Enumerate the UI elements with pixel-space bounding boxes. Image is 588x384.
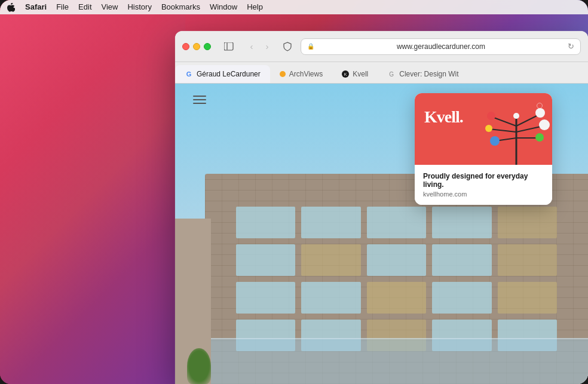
tab-favicon-kvell: K [342,70,349,78]
kvell-lamp-illustration [480,99,552,165]
browser-content: Kvell. [175,84,588,384]
svg-line-6 [516,126,543,132]
svg-rect-0 [224,42,233,50]
browser-window: ‹ › 🔒 www.geraudlecarduner.com ↻ G Gérau… [175,31,588,384]
hamburger-line-1 [193,96,206,97]
tab-label-geraud: Géraud LeCarduner [197,70,261,78]
kvell-card-header: Kvell. [415,93,552,165]
apple-menu-icon[interactable] [5,1,17,13]
tab-favicon-clever: G [387,70,396,78]
tab-kvell[interactable]: K Kvell [332,65,378,83]
desktop-gradient [0,0,185,384]
refresh-button[interactable]: ↻ [568,42,574,51]
window-cell [236,282,295,314]
lock-icon: 🔒 [307,43,314,50]
window-cell [367,207,426,238]
forward-button[interactable]: › [260,39,274,54]
window-cell [301,207,360,238]
mac-frame: Safari File Edit View History Bookmarks … [0,0,588,384]
window-cell [367,244,426,276]
minimize-button[interactable] [193,43,200,50]
svg-point-10 [535,108,545,118]
tab-clever[interactable]: G Clever: Design Wit [378,65,468,83]
menubar-history[interactable]: History [122,0,156,14]
ground-floor-windows [205,338,588,384]
menubar-safari[interactable]: Safari [20,0,51,14]
svg-line-3 [492,117,516,126]
building-facade [205,174,588,384]
kvell-preview-card: Kvell. [415,93,552,205]
window-cell-lit [498,207,557,238]
window-cell [432,244,491,276]
window-cell-lit [498,244,557,276]
back-button[interactable]: ‹ [244,39,259,54]
privacy-shield-button[interactable] [279,39,296,54]
tab-label-kvell: Kvell [353,70,368,78]
window-cell [236,207,295,238]
kvell-logo: Kvell. [424,107,463,127]
svg-point-9 [487,112,495,120]
tab-favicon-google: G [185,70,193,78]
window-cell [432,282,491,314]
tab-archviews[interactable]: ArchViews [270,65,332,83]
menubar-file[interactable]: File [51,0,74,14]
svg-point-15 [513,113,519,119]
svg-point-11 [485,125,492,132]
window-cell-lit [498,282,557,314]
menubar-window[interactable]: Window [205,0,242,14]
kvell-tagline: Proudly designed for everyday living. [423,172,544,189]
kvell-card-body: Proudly designed for everyday living. kv… [415,165,552,205]
window-cell [432,207,491,238]
hamburger-line-3 [193,103,206,104]
tab-label-clever: Clever: Design Wit [399,70,458,78]
menubar-help[interactable]: Help [242,0,268,14]
traffic-lights [182,43,211,50]
tabs-bar: G Géraud LeCarduner ArchViews K Kvell G … [175,62,588,84]
menubar-view[interactable]: View [97,0,123,14]
hamburger-menu[interactable] [193,96,206,104]
window-cell [236,244,295,276]
maximize-button[interactable] [204,43,211,50]
window-cell [301,282,360,314]
url-bar[interactable]: 🔒 www.geraudlecarduner.com ↻ [301,38,581,55]
kvell-website-url[interactable]: kvellhome.com [423,191,544,198]
sidebar-toggle-button[interactable] [220,39,237,54]
nav-buttons: ‹ › [244,39,274,54]
url-text: www.geraudlecarduner.com [318,42,564,51]
window-cell-lit [301,244,360,276]
svg-point-13 [490,136,500,146]
close-button[interactable] [182,43,189,50]
window-cell-lit [367,282,426,314]
tab-label-archviews: ArchViews [289,70,323,78]
svg-point-12 [539,119,550,130]
svg-line-5 [489,129,516,132]
svg-point-14 [535,133,544,142]
tab-favicon-archviews [280,71,286,77]
menubar: Safari File Edit View History Bookmarks … [0,0,588,14]
tab-geraud[interactable]: G Géraud LeCarduner [175,65,270,83]
browser-toolbar: ‹ › 🔒 www.geraudlecarduner.com ↻ [175,31,588,62]
hamburger-line-2 [193,99,206,100]
menubar-bookmarks[interactable]: Bookmarks [157,0,205,14]
tree-foliage [187,348,211,384]
menubar-edit[interactable]: Edit [74,0,96,14]
